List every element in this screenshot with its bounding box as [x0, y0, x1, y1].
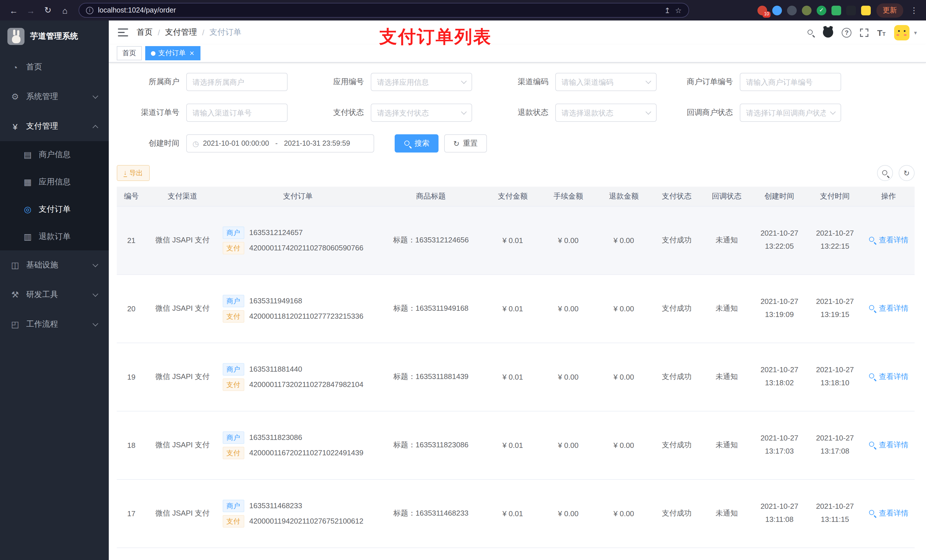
cell-amount: ¥ 0.01 [485, 206, 540, 274]
sidebar-item[interactable]: ▥ 退款订单 [0, 223, 109, 251]
sidebar-item[interactable]: ▤ 商户信息 [0, 141, 109, 169]
browser-right-controls: 10 [752, 3, 919, 17]
filter-field: 回调商户状态 [670, 104, 841, 122]
forward-button[interactable]: → [24, 3, 38, 17]
filter-control[interactable] [555, 104, 657, 122]
cell-paid-time: 2021-10-27 13:22:15 [807, 206, 862, 274]
table-row[interactable]: 20 微信 JSAPI 支付 商户 1635311949168 支付 [117, 274, 915, 343]
extension-icon[interactable] [861, 5, 871, 15]
caret-down-icon[interactable]: ▾ [914, 29, 917, 36]
pay-tag: 支付 [222, 447, 244, 459]
view-detail-link[interactable]: 查看详情 [869, 235, 909, 245]
table-row[interactable]: 18 微信 JSAPI 支付 商户 1635311823086 支付 [117, 411, 915, 479]
table-row[interactable]: 21 微信 JSAPI 支付 商户 1635312124657 支付 [117, 206, 915, 274]
extension-icon[interactable] [802, 5, 811, 15]
table-row[interactable]: 17 微信 JSAPI 支付 商户 1635311468233 支付 [117, 479, 915, 548]
filter-control[interactable] [740, 104, 841, 122]
sidebar-item[interactable]: ◫ 基础设施 [0, 251, 109, 280]
pay-order-no: 4200001173202110272847982104 [249, 380, 363, 389]
date-range-picker[interactable]: ◷ 2021-10-01 00:00:00 - 2021-10-31 23:59… [186, 134, 374, 152]
filter-input[interactable] [740, 104, 841, 121]
menu-label: 应用信息 [39, 177, 71, 187]
reload-button[interactable]: ↻ [41, 3, 54, 17]
export-button[interactable]: ↓导出 [117, 165, 150, 181]
reset-button[interactable]: ↻重置 [444, 134, 487, 152]
cell-channel: 微信 JSAPI 支付 [146, 206, 219, 274]
refresh-table-button[interactable]: ↻ [899, 165, 915, 181]
filter-control[interactable] [186, 73, 287, 91]
filter-input[interactable] [556, 104, 656, 121]
sidebar-item[interactable]: ▦ 应用信息 [0, 169, 109, 196]
view-detail-link[interactable]: 查看详情 [869, 440, 909, 450]
filter-control[interactable] [186, 104, 287, 122]
table-row[interactable]: 商户 1635311571796 [117, 548, 915, 560]
column-header: 创建时间 [752, 187, 807, 206]
menu-label: 商户信息 [39, 150, 71, 160]
extension-icon[interactable] [831, 5, 841, 15]
close-icon[interactable] [189, 50, 195, 56]
refresh-icon: ↻ [453, 139, 460, 148]
extension-icon[interactable]: ✓ [817, 5, 826, 15]
home-button[interactable]: ⌂ [58, 3, 72, 17]
menu-icon: ◔ [10, 62, 20, 72]
search-icon[interactable] [807, 29, 815, 36]
menu-label: 首页 [26, 62, 42, 72]
filter-control[interactable] [371, 73, 472, 91]
extension-icon[interactable] [772, 5, 782, 15]
pay-order-no: 4200001174202110278060590766 [249, 244, 363, 252]
extension-icon[interactable] [846, 5, 856, 15]
filter-control[interactable] [371, 104, 472, 122]
sidebar-item[interactable]: ◎ 支付订单 [0, 196, 109, 223]
extension-icon[interactable] [787, 5, 797, 15]
tab[interactable]: 支付订单 [145, 46, 200, 60]
filter-input[interactable] [187, 73, 287, 91]
app-logo[interactable]: 芋道管理系统 [0, 21, 109, 52]
cell-status: 支付成功 [652, 411, 702, 479]
filter-input[interactable] [556, 73, 656, 91]
github-icon[interactable] [823, 27, 834, 38]
sidebar-item[interactable]: ¥ 支付管理 [0, 112, 109, 141]
cell-fee: ¥ 0.00 [540, 343, 596, 411]
breadcrumb-item-home[interactable]: 首页 [137, 27, 153, 38]
cell-amount: ¥ 0.01 [485, 479, 540, 548]
filter-field: 渠道订单号 [117, 104, 287, 122]
bookmark-star-icon[interactable]: ☆ [675, 6, 682, 15]
fullscreen-icon[interactable] [860, 28, 869, 37]
help-icon[interactable]: ? [842, 27, 852, 37]
merchant-order-no: 1635312124657 [249, 228, 303, 237]
address-bar[interactable]: i localhost:1024/pay/order ↥ ☆ [79, 3, 689, 18]
share-icon[interactable]: ↥ [664, 6, 670, 15]
view-detail-link[interactable]: 查看详情 [869, 371, 909, 382]
table-row[interactable]: 19 微信 JSAPI 支付 商户 1635311881440 支付 [117, 343, 915, 411]
cell-pay-order: 商户 1635311949168 支付 42000011812021102777… [219, 274, 377, 343]
extension-icon[interactable]: 10 [757, 5, 767, 15]
search-button[interactable]: 搜索 [395, 134, 439, 152]
back-button[interactable]: ← [7, 3, 21, 17]
site-info-icon[interactable]: i [86, 6, 94, 14]
sidebar-item[interactable]: ⚙ 系统管理 [0, 82, 109, 112]
toggle-search-button[interactable] [877, 165, 893, 181]
chevron-down-icon [92, 291, 98, 296]
update-button[interactable]: 更新 [876, 3, 903, 17]
sidebar-item[interactable]: ◔ 首页 [0, 52, 109, 82]
sidebar-item[interactable]: ⚒ 研发工具 [0, 280, 109, 309]
tab[interactable]: 首页 [117, 46, 142, 60]
cell-refund: ¥ 0.00 [596, 274, 652, 343]
column-header: 回调状态 [702, 187, 752, 206]
filter-input[interactable] [371, 73, 472, 91]
filter-control[interactable] [555, 73, 657, 91]
view-detail-link[interactable]: 查看详情 [869, 508, 909, 518]
filter-input[interactable] [371, 104, 472, 121]
cell-id: 17 [117, 479, 146, 548]
filter-control[interactable] [740, 73, 841, 91]
menu-label: 基础设施 [26, 260, 58, 270]
sidebar-collapse-button[interactable] [118, 29, 128, 36]
font-size-icon[interactable]: TT [877, 27, 885, 37]
browser-menu-icon[interactable]: ⋮ [909, 6, 919, 15]
avatar[interactable] [894, 25, 909, 40]
filter-input[interactable] [740, 73, 841, 91]
cell-amount: ¥ 0.01 [485, 411, 540, 479]
view-detail-link[interactable]: 查看详情 [869, 303, 909, 314]
sidebar-item[interactable]: ◰ 工作流程 [0, 309, 109, 339]
filter-input[interactable] [187, 104, 287, 121]
